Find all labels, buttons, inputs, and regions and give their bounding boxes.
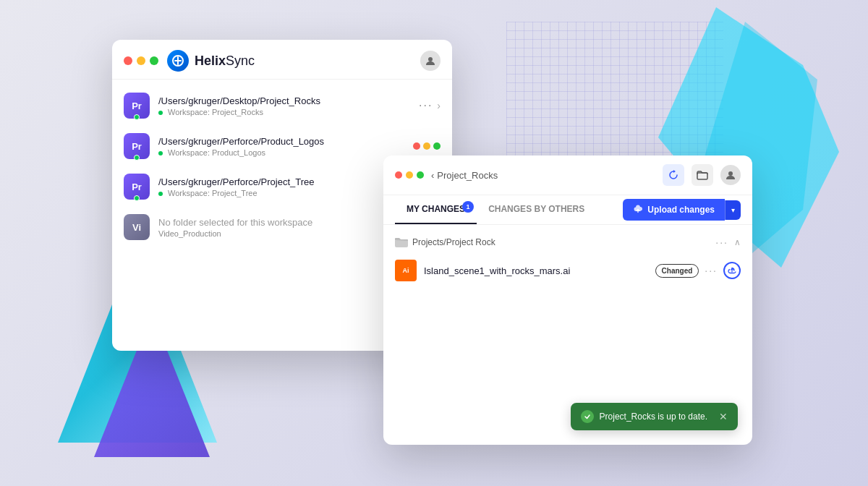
workspace-name-dot — [158, 111, 163, 115]
workspace-avatar: Pr — [124, 174, 150, 200]
file-upload-icon[interactable] — [723, 262, 741, 279]
workspace-path: /Users/gkruger/Perforce/Product_Logos — [158, 136, 413, 147]
workspace-name-dot — [158, 192, 163, 196]
tabs-row: MY CHANGES 1 CHANGES BY OTHERS Upload ch… — [383, 195, 752, 225]
workspace-avatar: Pr — [124, 93, 150, 119]
workspace-avatar: Pr — [124, 133, 150, 159]
cloud-upload-icon — [633, 205, 643, 215]
workspace-path: No folder selected for this workspace — [158, 217, 407, 228]
workspace-name: Workspace: Project_Rocks — [158, 108, 419, 116]
svg-point-2 — [428, 57, 433, 61]
back-button[interactable]: ‹ Project_Rocks — [431, 170, 498, 181]
app-title: HelixSync — [195, 54, 255, 69]
upload-button-group: Upload changes ▾ — [623, 199, 741, 221]
chevron-down-icon: ▾ — [731, 206, 735, 214]
status-badge: Changed — [655, 264, 699, 278]
workspace-name: Video_Production — [158, 229, 407, 238]
file-actions: Changed ··· — [655, 262, 741, 279]
minimize-button[interactable] — [137, 56, 145, 65]
workspace-name-dot — [158, 151, 163, 155]
toast-notification: Project_Rocks is up to date. ✕ — [571, 403, 738, 430]
toast-message: Project_Rocks is up to date. — [600, 412, 707, 422]
maximize-button[interactable] — [150, 56, 158, 65]
maximize-btn-sm[interactable] — [417, 171, 424, 179]
folder-collapse-icon[interactable]: ∧ — [734, 237, 741, 247]
workspace-more-icon[interactable]: ··· — [419, 99, 433, 112]
workspace-status-dot — [134, 155, 140, 161]
folder-icon — [395, 236, 408, 248]
folder-more-icon[interactable]: ··· — [715, 236, 728, 248]
tab-badge: 1 — [462, 201, 474, 213]
back-chevron-icon: ‹ — [431, 170, 434, 181]
tab-changes-by-others[interactable]: CHANGES BY OTHERS — [477, 195, 596, 224]
file-row: Ai Island_scene1_with_rocks_mars.ai Chan… — [383, 254, 752, 287]
mini-yellow-dot — [423, 142, 430, 150]
titlebar-right — [420, 51, 441, 71]
account-icon-detail[interactable] — [720, 165, 741, 185]
window-titlebar: HelixSync — [112, 40, 452, 80]
window2-titlebar: ‹ Project_Rocks — [383, 155, 752, 195]
workspace-status-dot — [134, 195, 140, 201]
traffic-lights-sm — [395, 171, 424, 179]
minimize-btn-sm[interactable] — [406, 171, 413, 179]
folder-row: Projects/Project Rock ··· ∧ — [383, 231, 752, 254]
workspace-info: No folder selected for this workspace Vi… — [158, 217, 407, 238]
close-btn-sm[interactable] — [395, 171, 402, 179]
workspace-chevron-icon[interactable]: › — [437, 100, 441, 111]
file-more-icon[interactable]: ··· — [705, 265, 718, 276]
toast-check-icon — [581, 410, 594, 423]
back-label: Project_Rocks — [437, 170, 498, 181]
folder-name: Projects/Project Rock — [412, 237, 495, 247]
file-section: Projects/Project Rock ··· ∧ Ai Island_sc… — [383, 225, 752, 293]
workspace-path: /Users/gkruger/Desktop/Project_Rocks — [158, 95, 419, 106]
file-name: Island_scene1_with_rocks_mars.ai — [424, 265, 570, 276]
file-icon-ai: Ai — [395, 260, 417, 281]
project-detail-window: ‹ Project_Rocks — [383, 155, 752, 445]
svg-point-4 — [728, 171, 733, 176]
account-icon[interactable] — [420, 51, 441, 71]
window2-actions — [663, 164, 741, 186]
sync-button[interactable] — [663, 164, 684, 186]
mini-green-dot — [433, 142, 441, 150]
workspace-status-dot — [134, 114, 140, 120]
workspace-avatar: Vi — [124, 214, 150, 240]
mini-red-dot — [413, 142, 420, 150]
toast-close-button[interactable]: ✕ — [719, 411, 728, 422]
app-logo: HelixSync — [167, 50, 255, 72]
workspace-info: /Users/gkruger/Desktop/Project_Rocks Wor… — [158, 95, 419, 116]
app-logo-icon — [167, 50, 189, 72]
workspace-name: Workspace: Product_Logos — [158, 148, 413, 157]
tab-my-changes[interactable]: MY CHANGES 1 — [395, 195, 477, 224]
workspace-info: /Users/gkruger/Perforce/Product_Logos Wo… — [158, 136, 413, 157]
traffic-lights — [124, 56, 158, 65]
workspace-actions: ··· › — [419, 99, 441, 112]
workspace-actions — [413, 142, 441, 150]
workspace-item-project-rocks[interactable]: Pr /Users/gkruger/Desktop/Project_Rocks … — [112, 85, 452, 126]
folder-button[interactable] — [692, 164, 713, 186]
close-button[interactable] — [124, 56, 132, 65]
upload-changes-button[interactable]: Upload changes — [623, 199, 725, 221]
upload-dropdown-button[interactable]: ▾ — [725, 200, 741, 220]
svg-rect-3 — [697, 173, 707, 179]
